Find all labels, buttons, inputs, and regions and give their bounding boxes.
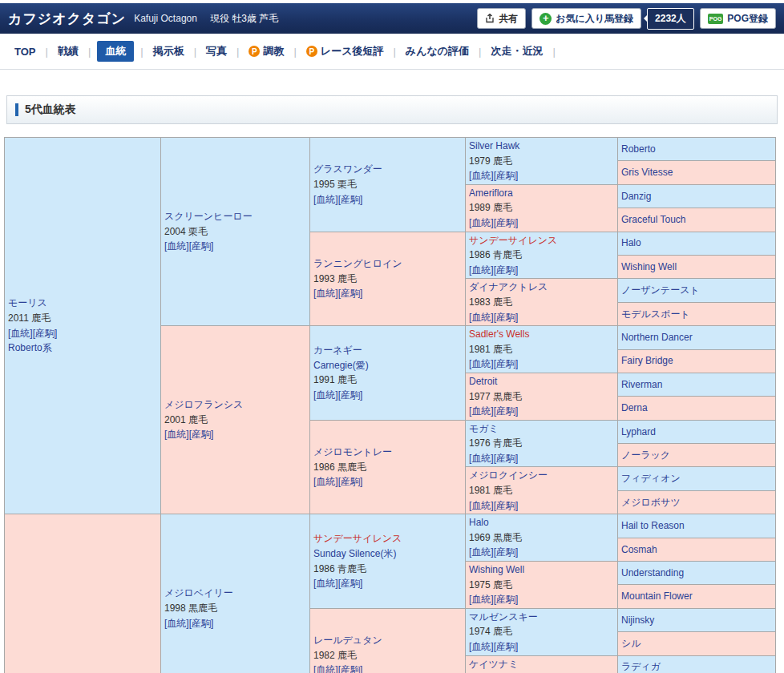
horse-link[interactable]: メジロモントレー	[313, 446, 392, 457]
horse-link[interactable]: Graceful Touch	[621, 214, 686, 225]
offspring-link[interactable]: [産駒]	[338, 288, 363, 299]
tab-race-review[interactable]: Pレース後短評	[303, 42, 387, 61]
offspring-link[interactable]: [産駒]	[494, 453, 519, 464]
horse-link[interactable]: メジロクインシー	[469, 469, 548, 481]
horse-link[interactable]: Danzig	[621, 191, 651, 202]
tab-training[interactable]: P調教	[245, 42, 287, 61]
tab-blood[interactable]: 血統	[97, 41, 134, 62]
tab-rating[interactable]: みんなの評価	[402, 42, 472, 61]
horse-link[interactable]: Detroit	[469, 376, 497, 387]
horse-link[interactable]: ノーザンテースト	[621, 284, 700, 296]
blood-link[interactable]: [血統]	[469, 312, 494, 323]
blood-link[interactable]: [血統]	[469, 217, 494, 228]
blood-link[interactable]: [血統]	[164, 240, 189, 252]
offspring-link[interactable]: [産駒]	[338, 194, 363, 205]
offspring-link[interactable]: [産駒]	[189, 618, 214, 629]
horse-link[interactable]: スクリーンヒーロー	[164, 211, 253, 222]
blood-link[interactable]: [血統]	[469, 546, 494, 558]
offspring-link[interactable]: [産駒]	[494, 358, 519, 369]
horse-link[interactable]: モデルスポート	[621, 308, 690, 320]
horse-link[interactable]: ケイツナミ	[469, 659, 518, 670]
offspring-link[interactable]: [産駒]	[33, 328, 58, 339]
offspring-link[interactable]: [産駒]	[338, 664, 363, 673]
blood-link[interactable]: [血統]	[164, 618, 189, 629]
offspring-link[interactable]: [産駒]	[494, 594, 519, 605]
horse-link[interactable]: サンデーサイレンス	[313, 533, 402, 544]
horse-link[interactable]: メジロベイリー	[164, 587, 233, 598]
blood-link[interactable]: [血統]	[313, 288, 338, 299]
horse-link[interactable]: モガミ	[469, 423, 499, 434]
horse-link[interactable]: フィディオン	[621, 473, 681, 484]
horse-link[interactable]: Wishing Well	[621, 261, 677, 272]
blood-link[interactable]: [血統]	[313, 578, 338, 589]
horse-link[interactable]: Riverman	[621, 379, 662, 390]
horse-link[interactable]: ノーラック	[621, 449, 670, 461]
favorite-button[interactable]: + お気に入り馬登録	[531, 8, 641, 29]
blood-link[interactable]: [血統]	[469, 453, 494, 464]
horse-link[interactable]: Halo	[469, 517, 489, 528]
tab-photo[interactable]: 写真	[203, 42, 230, 61]
offspring-link[interactable]: [産駒]	[494, 264, 519, 276]
horse-link[interactable]: Silver Hawk	[469, 140, 519, 151]
tab-top[interactable]: TOP	[11, 43, 39, 60]
horse-link[interactable]: シル	[621, 638, 641, 649]
blood-link[interactable]: [血統]	[469, 500, 494, 511]
share-button[interactable]: 共有	[477, 8, 526, 29]
blood-link[interactable]: [血統]	[469, 405, 494, 417]
blood-link[interactable]: [血統]	[469, 358, 494, 369]
offspring-link[interactable]: [産駒]	[494, 405, 519, 417]
offspring-link[interactable]: [産駒]	[494, 312, 519, 323]
horse-link[interactable]: レールデュタン	[313, 635, 382, 646]
horse-link[interactable]: Gris Vitesse	[621, 167, 673, 178]
offspring-link[interactable]: [産駒]	[189, 240, 214, 252]
tab-next-race[interactable]: 次走・近況	[487, 42, 546, 61]
offspring-link[interactable]: [産駒]	[494, 500, 519, 511]
horse-link[interactable]: Ameriflora	[469, 187, 513, 199]
horse-link[interactable]: モーリス	[8, 297, 47, 308]
horse-link[interactable]: メジロボサツ	[621, 497, 681, 508]
horse-link[interactable]: ランニングヒロイン	[313, 258, 402, 269]
horse-link[interactable]: サンデーサイレンス	[469, 235, 557, 246]
horse-link[interactable]: Sadler's Wells	[469, 328, 529, 340]
horse-link[interactable]: Nijinsky	[621, 615, 654, 626]
horse-link[interactable]: グラスワンダー	[313, 163, 382, 175]
horse-link[interactable]: カーネギー	[313, 345, 362, 356]
blood-link[interactable]: [血統]	[313, 664, 338, 673]
horse-link[interactable]: Mountain Flower	[621, 590, 693, 602]
offspring-link[interactable]: [産駒]	[494, 217, 519, 228]
blood-link[interactable]: [血統]	[164, 429, 189, 440]
horse-link[interactable]: Derna	[621, 402, 648, 413]
blood-link[interactable]: [血統]	[469, 594, 494, 605]
horse-link[interactable]: メジロフランシス	[164, 399, 243, 410]
horse-link[interactable]: ダイナアクトレス	[469, 281, 548, 292]
horse-link[interactable]: マルゼンスキー	[469, 611, 538, 623]
offspring-link[interactable]: [産駒]	[494, 170, 519, 181]
horse-link[interactable]: ラディガ	[621, 661, 661, 672]
pog-register-button[interactable]: POG POG登録	[700, 8, 776, 29]
horse-link-en[interactable]: Carnegie(愛)	[313, 360, 369, 371]
horse-link[interactable]: Northern Dancer	[621, 332, 693, 343]
blood-link[interactable]: [血統]	[469, 170, 494, 181]
horse-link[interactable]: Halo	[621, 237, 641, 248]
extra-link[interactable]: Roberto系	[8, 342, 52, 353]
horse-link[interactable]: Hail to Reason	[621, 520, 685, 531]
horse-link[interactable]: Cosmah	[621, 544, 657, 555]
horse-link-en[interactable]: Sunday Silence(米)	[313, 548, 396, 559]
blood-link[interactable]: [血統]	[469, 264, 494, 276]
blood-link[interactable]: [血統]	[469, 641, 494, 652]
blood-link[interactable]: [血統]	[313, 389, 338, 401]
blood-link[interactable]: [血統]	[8, 328, 33, 339]
blood-link[interactable]: [血統]	[313, 194, 338, 205]
tab-results[interactable]: 戦績	[55, 42, 82, 61]
blood-link[interactable]: [血統]	[313, 476, 338, 487]
horse-link[interactable]: Fairy Bridge	[621, 355, 673, 366]
horse-link[interactable]: Understanding	[621, 567, 684, 578]
offspring-link[interactable]: [産駒]	[338, 389, 363, 401]
offspring-link[interactable]: [産駒]	[338, 578, 363, 589]
horse-link[interactable]: Wishing Well	[469, 564, 524, 575]
offspring-link[interactable]: [産駒]	[494, 546, 519, 558]
tab-board[interactable]: 掲示板	[150, 42, 188, 61]
horse-link[interactable]: Roberto	[621, 143, 656, 155]
offspring-link[interactable]: [産駒]	[338, 476, 363, 487]
offspring-link[interactable]: [産駒]	[494, 641, 519, 652]
